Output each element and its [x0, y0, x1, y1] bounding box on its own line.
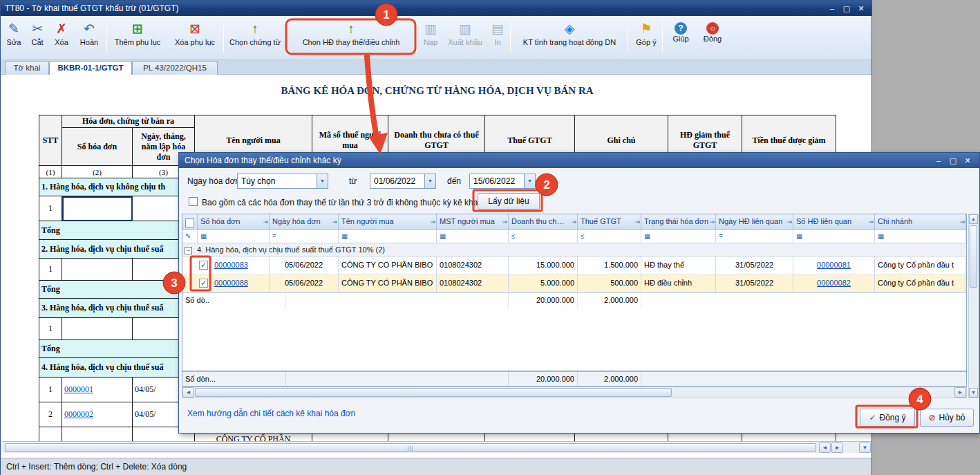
so-hoa-don-cell[interactable] [62, 196, 133, 221]
tab-bkbr[interactable]: BKBR-01-1/GTGT [49, 61, 132, 75]
so-hoa-don-cell[interactable]: 0000001 [62, 378, 133, 402]
ngay-cell[interactable]: 05/06/2022 [270, 257, 339, 274]
invoice-link[interactable]: 0000002 [64, 409, 93, 419]
close-form-button[interactable]: ○Đóng [697, 19, 728, 57]
select-all-checkbox[interactable] [185, 218, 194, 227]
stt-cell[interactable]: 1 [39, 378, 62, 402]
group-row[interactable]: − 4. Hàng hóa, dịch vụ chịu thuế suất th… [182, 243, 966, 257]
help-link[interactable]: Xem hướng dẫn chi tiết cách kê khai hóa … [187, 409, 355, 418]
cancel-button[interactable]: ⊘Hủy bỏ [920, 409, 974, 427]
col-so-hoa-don[interactable]: Số hóa đơn⇥ [198, 214, 270, 229]
row-checkbox[interactable]: ✓ [199, 261, 208, 270]
trang-thai-cell[interactable]: HĐ điều chỉnh [641, 274, 716, 292]
stt-cell[interactable]: 1 [39, 318, 62, 340]
col-trang-thai[interactable]: Trạng thái hóa đơn⇥ [641, 214, 716, 229]
so-lien-quan-cell[interactable]: 00000081 [793, 257, 875, 274]
undo-button[interactable]: ↶Hoàn [74, 19, 104, 57]
help-button[interactable]: ?Giúp [666, 19, 695, 57]
invoice-link[interactable]: 00000088 [214, 279, 248, 287]
select-replacement-invoice-button[interactable]: ↑Chọn HĐ thay thế/điều chỉnh [288, 19, 414, 57]
feedback-button[interactable]: ⚑Góp ý [631, 19, 661, 57]
filter-cell[interactable]: ✎ [182, 230, 198, 243]
filter-cell[interactable]: ▦ [198, 230, 270, 243]
print-button[interactable]: ▤In [487, 19, 508, 57]
col-ten-nguoi-mua[interactable]: Tên người mua⇥ [339, 214, 437, 229]
row-checkbox[interactable]: ✓ [199, 279, 208, 288]
from-date-select[interactable]: 01/06/2022 ▼ [370, 174, 436, 189]
tab-pl43[interactable]: PL 43/2022/QH15 [132, 61, 218, 75]
chi-nhanh-cell[interactable]: Công ty Cổ phần đầu t [875, 274, 966, 292]
stt-cell[interactable]: 1 [39, 259, 62, 281]
ngay-lien-quan-cell[interactable]: 31/05/2022 [716, 274, 793, 292]
close-button[interactable]: ✕ [855, 4, 867, 13]
scrollbar-thumb[interactable]: ||| [5, 443, 816, 452]
load-data-button[interactable]: Lấy dữ liệu [478, 193, 540, 209]
invoice-link[interactable]: 0000001 [64, 384, 93, 394]
grid-row[interactable]: ✓ 00000088 05/06/2022 CÔNG TY CỔ PHẦN BI… [182, 274, 966, 292]
so-hoa-don-cell[interactable]: 00000088 [211, 274, 270, 292]
filter-cell[interactable]: ▦ [339, 230, 437, 243]
ngay-cell[interactable]: 05/06/2022 [270, 274, 339, 292]
dialog-minimize-button[interactable]: – [932, 156, 945, 165]
ten-cell[interactable]: CÔNG TY CỔ PHẦN BIBO [339, 274, 437, 292]
row-checkbox-cell[interactable]: ✓ [196, 257, 211, 274]
select-all-cell[interactable] [182, 214, 198, 229]
filter-cell[interactable]: ▦ [641, 230, 716, 243]
filter-cell[interactable]: = [716, 230, 793, 243]
grid-row[interactable]: ✓ 00000083 05/06/2022 CÔNG TY CỔ PHẦN BI… [182, 257, 966, 274]
scroll-left-button[interactable]: ◄ [819, 443, 831, 453]
ok-button[interactable]: ✓Đồng ý [860, 409, 915, 427]
collapse-icon[interactable]: − [185, 247, 192, 254]
scroll-up-button[interactable]: ▲ [969, 214, 978, 224]
remove-appendix-button[interactable]: ⊠Xóa phụ lục [168, 19, 222, 57]
col-doanh-thu[interactable]: Doanh thu ch…⇥ [509, 214, 578, 229]
invoice-link[interactable]: 00000081 [817, 261, 851, 269]
scroll-down-button[interactable]: ▼ [969, 388, 978, 398]
date-mode-select[interactable]: Tùy chọn ▼ [237, 174, 328, 189]
col-ngay-hd-lien-quan[interactable]: Ngày HĐ liên quan⇥ [716, 214, 793, 229]
dialog-maximize-button[interactable]: ▢ [947, 156, 959, 165]
invoice-link[interactable]: 00000083 [214, 261, 248, 269]
so-hoa-don-cell[interactable]: 00000083 [211, 257, 270, 274]
col-so-hd-lien-quan[interactable]: Số HĐ liên quan⇥ [793, 214, 875, 229]
dialog-close-button[interactable]: ✕ [961, 156, 974, 165]
check-status-button[interactable]: ◈KT tình trạng hoạt động DN [513, 19, 625, 57]
stt-cell[interactable]: 2 [39, 402, 62, 427]
invoice-link[interactable]: 00000082 [817, 279, 851, 287]
scroll-left-button[interactable]: ◄ [182, 387, 194, 398]
chi-nhanh-cell[interactable]: Công ty Cổ phần đầu t [875, 257, 966, 274]
select-document-button[interactable]: ↑Chọn chứng từ [226, 19, 284, 57]
add-appendix-button[interactable]: ⊞Thêm phụ lục [109, 19, 167, 57]
stt-cell[interactable]: 1 [39, 196, 62, 221]
minimize-button[interactable]: – [826, 4, 838, 12]
filter-cell[interactable]: ▦ [793, 230, 875, 243]
trang-thai-cell[interactable]: HĐ thay thế [641, 257, 716, 274]
thue-cell[interactable]: 1.500.000 [578, 257, 641, 274]
edit-button[interactable]: ✎Sửa [2, 19, 26, 57]
filter-cell[interactable]: ▦ [437, 230, 509, 243]
mst-cell[interactable]: 0108024302 [437, 274, 509, 292]
col-chi-nhanh[interactable]: Chi nhánh⇥ [875, 214, 966, 229]
scroll-right-button[interactable]: ► [831, 443, 843, 453]
to-date-select[interactable]: 15/06/2022 ▼ [469, 174, 536, 189]
scroll-right-button[interactable]: ► [954, 387, 966, 398]
scrollbar-thumb[interactable] [195, 388, 672, 397]
cut-button[interactable]: ✂Cắt [26, 19, 49, 57]
filter-cell[interactable]: = [270, 230, 339, 243]
scroll-down-button[interactable]: ▼ [859, 443, 871, 453]
thue-cell[interactable]: 500.000 [578, 274, 641, 292]
so-lien-quan-cell[interactable]: 00000082 [793, 274, 875, 292]
tab-to-khai[interactable]: Tờ khai [5, 61, 49, 75]
delete-button[interactable]: ✗Xóa [49, 19, 74, 57]
ten-cell[interactable]: CÔNG TY CỔ PHẦN BIBO [339, 257, 437, 274]
filter-cell[interactable]: ▦ [875, 230, 966, 243]
doanh-thu-cell[interactable]: 5.000.000 [509, 274, 578, 292]
load-button[interactable]: ▥Nạp [418, 19, 443, 57]
include-checkbox[interactable] [189, 197, 198, 206]
so-hoa-don-cell[interactable]: 0000002 [62, 402, 133, 427]
filter-cell[interactable]: ≤ [578, 230, 641, 243]
maximize-button[interactable]: ▢ [840, 4, 853, 13]
mst-cell[interactable]: 0108024302 [437, 257, 509, 274]
col-ngay-hoa-don[interactable]: Ngày hóa đơn⇥ [270, 214, 339, 229]
col-thue-gtgt[interactable]: Thuế GTGT⇥ [578, 214, 641, 229]
